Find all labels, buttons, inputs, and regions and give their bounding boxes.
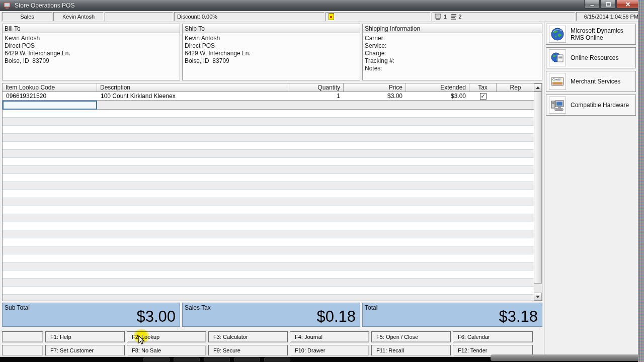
table-row[interactable]: 096619321520 100 Count Kirkland Kleenex … [3, 92, 542, 101]
column-extended: Extended [406, 83, 469, 92]
sidebar: Microsoft Dynamics RMS Online Online Res… [544, 22, 637, 356]
column-item-lookup-code: Item Lookup Code [3, 83, 97, 92]
status-journal-cell [326, 12, 431, 21]
f10-drawer-button[interactable]: F10: Drawer [290, 345, 369, 356]
register-icon [435, 14, 442, 20]
f4-journal-button[interactable]: F4: Journal [290, 331, 369, 342]
close-button[interactable] [616, 0, 639, 9]
sidebar-item-rms-online[interactable]: Microsoft Dynamics RMS Online [546, 24, 636, 45]
shipping-info-header: Shipping Information [363, 24, 542, 33]
table-empty-row [3, 279, 542, 287]
window-titlebar: Store Operations POS [0, 0, 644, 11]
credit-card-icon: Credit [549, 73, 566, 90]
table-empty-row [3, 238, 542, 246]
journal-icon [329, 13, 334, 20]
ship-to-header: Ship To [183, 24, 360, 33]
bill-to-header: Bill To [3, 24, 180, 33]
cell-tax: ✓ [469, 92, 497, 100]
globe-document-icon [549, 49, 566, 66]
items-table: Item Lookup Code Description Quantity Pr… [2, 83, 542, 301]
subtotal-value: $3.00 [136, 308, 176, 326]
sidebar-item-label: Microsoft Dynamics RMS Online [571, 27, 630, 41]
status-mode: Sales [2, 12, 52, 21]
shipping-info-panel: Shipping Information Carrier: Service: C… [362, 24, 542, 80]
register-number: 1 [444, 14, 447, 20]
app-icon [4, 2, 12, 10]
blank-key-button-1[interactable] [2, 331, 43, 342]
total-panel: Total $3.18 [362, 303, 542, 327]
entry-row [3, 101, 542, 110]
sales-tax-value: $0.18 [316, 308, 356, 326]
table-empty-row [3, 118, 542, 126]
table-empty-row [3, 126, 542, 134]
sidebar-item-label: Compatible Hardware [571, 102, 630, 109]
f3-calculator-button[interactable]: F3: Calculator [208, 331, 288, 342]
sidebar-item-label: Online Resources [571, 54, 630, 61]
bill-to-address: Kevin Antosh Direct POS 6429 W. Intercha… [3, 33, 180, 66]
transaction-list-icon [451, 14, 457, 20]
status-register-cell: 1 2 [432, 12, 575, 21]
item-entry-cell[interactable] [3, 101, 97, 110]
blank-key-button-2[interactable] [2, 345, 43, 356]
total-value: $3.18 [499, 308, 538, 326]
table-scrollbar[interactable] [534, 83, 542, 301]
table-empty-row [3, 270, 542, 279]
status-empty-cell [105, 12, 173, 21]
sidebar-item-merchant-services[interactable]: Credit Merchant Services [546, 71, 636, 92]
sidebar-item-compatible-hardware[interactable]: Compatible Hardware [546, 95, 636, 116]
f6-calendar-button[interactable]: F6: Calendar [453, 331, 533, 342]
cell-price: $3.00 [344, 92, 406, 100]
window-title: Store Operations POS [15, 2, 74, 9]
ship-to-panel: Ship To Kevin Antosh Direct POS 6429 W. … [182, 24, 360, 80]
table-empty-row [3, 190, 542, 198]
cell-description: 100 Count Kirkland Kleenex [97, 92, 289, 100]
f2-lookup-button[interactable]: F2: Lookup [127, 331, 206, 342]
table-empty-row [3, 110, 542, 118]
f9-secure-button[interactable]: F9: Secure [208, 345, 288, 356]
table-empty-row [3, 230, 542, 238]
maximize-button[interactable] [600, 0, 616, 9]
table-empty-row [3, 222, 542, 230]
items-table-header: Item Lookup Code Description Quantity Pr… [3, 83, 542, 92]
close-icon [625, 2, 630, 7]
f1-help-button[interactable]: F1: Help [45, 331, 125, 342]
sales-tax-label: Sales Tax [185, 304, 211, 311]
bill-to-panel: Bill To Kevin Antosh Direct POS 6429 W. … [2, 24, 180, 80]
scroll-down-button[interactable] [534, 293, 542, 301]
table-empty-row [3, 174, 542, 182]
column-quantity: Quantity [289, 83, 344, 92]
globe-icon [549, 26, 566, 43]
table-empty-row [3, 158, 542, 166]
sales-tax-panel: Sales Tax $0.18 [182, 303, 360, 327]
minimize-button[interactable] [584, 0, 600, 9]
tax-checkbox[interactable]: ✓ [480, 93, 487, 100]
shipping-info-fields: Carrier: Service: Charge: Tracking #: No… [363, 33, 542, 74]
cell-item-lookup-code: 096619321520 [3, 92, 97, 100]
column-description: Description [97, 83, 289, 92]
cell-rep [497, 92, 535, 100]
sidebar-item-online-resources[interactable]: Online Resources [546, 47, 636, 68]
scroll-up-button[interactable] [534, 83, 542, 92]
table-empty-row [3, 295, 542, 301]
table-empty-row [3, 166, 542, 174]
f7-set-customer-button[interactable]: F7: Set Customer [45, 345, 125, 356]
transaction-number: 2 [458, 14, 461, 20]
status-cashier: Kevin Antosh [53, 12, 104, 21]
screen: Store Operations POS Sales Kevin Antosh … [0, 0, 644, 362]
svg-text:Credit: Credit [552, 78, 560, 81]
f8-no-sale-button[interactable]: F8: No Sale [127, 345, 206, 356]
scrollbar-thumb[interactable] [534, 92, 542, 284]
table-empty-row [3, 142, 542, 150]
cell-extended: $3.00 [406, 92, 469, 100]
subtotal-panel: Sub Total $3.00 [2, 303, 180, 327]
status-datetime: 6/15/2014 1:04:56 PM [576, 12, 641, 21]
table-empty-row [3, 150, 542, 158]
f5-open-close-button[interactable]: F5: Open / Close [371, 331, 451, 342]
table-empty-row [3, 206, 542, 214]
status-discount: Discount: 0.00% [174, 12, 325, 21]
table-empty-row [3, 246, 542, 254]
f11-recall-button[interactable]: F11: Recall [371, 345, 451, 356]
desktop-edge-noise [638, 0, 644, 362]
arrow-down-icon [536, 296, 540, 298]
table-empty-row [3, 262, 542, 270]
